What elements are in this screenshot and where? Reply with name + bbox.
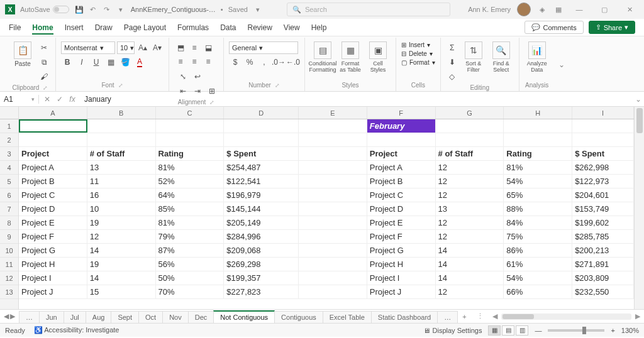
cell-B6[interactable]: 16 (87, 188, 156, 202)
sheet-tab-not-contiguous[interactable]: Not Contiguous (213, 310, 275, 323)
qat-dropdown-icon[interactable]: ▾ (116, 4, 126, 14)
cell-I9[interactable]: $285,785 (572, 230, 634, 243)
cell-A6[interactable]: Project C (19, 188, 87, 202)
menu-tab-page-layout[interactable]: Page Layout (124, 21, 166, 35)
cell-E3[interactable] (299, 147, 367, 160)
accounting-format-button[interactable]: $ (229, 56, 242, 68)
cell-H8[interactable]: 84% (504, 216, 572, 229)
paste-button[interactable]: 📋 Paste (10, 41, 35, 67)
column-header-A[interactable]: A (19, 107, 87, 119)
decrease-decimal-button[interactable]: ←.0 (287, 56, 299, 68)
cell-E10[interactable] (299, 244, 367, 257)
row-header-11[interactable]: 11 (0, 258, 18, 271)
menu-tab-file[interactable]: File (9, 21, 21, 35)
zoom-level[interactable]: 130% (621, 327, 639, 334)
cell-H13[interactable]: 66% (504, 285, 572, 298)
column-header-I[interactable]: I (572, 107, 634, 119)
comments-button[interactable]: 💬 Comments (525, 21, 583, 34)
cell-A12[interactable]: Project I (19, 271, 87, 285)
search-input[interactable]: 🔍 Search (287, 3, 450, 16)
cell-H11[interactable]: 61% (504, 258, 572, 271)
sheet-tab-static-dashboard[interactable]: Static Dashboard (371, 311, 438, 323)
cell-E13[interactable] (299, 285, 367, 298)
format-table-button[interactable]: ▦Format as Table (338, 41, 363, 73)
sheet-tab-jun[interactable]: Jun (39, 311, 64, 323)
cell-I5[interactable]: $122,973 (572, 175, 634, 188)
align-middle-button[interactable]: ≡ (188, 41, 201, 54)
cell-I11[interactable]: $271,891 (572, 258, 634, 271)
cell-A7[interactable]: Project D (19, 202, 87, 215)
sheet-nav-next-icon[interactable]: ▶ (10, 312, 15, 320)
align-left-button[interactable]: ≡ (174, 55, 187, 68)
orientation-button[interactable]: ⤡ (177, 70, 189, 83)
cell-B10[interactable]: 14 (87, 244, 156, 257)
cell-C9[interactable]: 79% (156, 230, 225, 243)
cell-A4[interactable]: Project A (19, 161, 87, 174)
cell-E9[interactable] (299, 230, 367, 243)
cell-H6[interactable]: 65% (504, 188, 572, 202)
zoom-handle[interactable] (582, 327, 586, 334)
cell-D4[interactable]: $254,487 (224, 161, 299, 174)
sheet-tab-dec[interactable]: Dec (188, 311, 214, 323)
cell-I2[interactable] (572, 133, 634, 146)
cell-D5[interactable]: $122,541 (224, 175, 299, 188)
toggle-switch-icon[interactable] (53, 6, 69, 13)
cell-B2[interactable] (87, 133, 156, 146)
align-center-button[interactable]: ≡ (188, 55, 201, 68)
cell-F3[interactable]: Project (367, 147, 436, 160)
page-break-view-button[interactable]: ▥ (516, 325, 528, 335)
cell-A1[interactable]: January (19, 119, 87, 133)
column-header-F[interactable]: F (367, 107, 436, 119)
cell-G3[interactable]: # of Staff (436, 147, 504, 160)
column-header-E[interactable]: E (299, 107, 367, 119)
cell-H2[interactable] (504, 133, 572, 146)
minimize-button[interactable]: — (570, 3, 589, 16)
cell-D6[interactable]: $196,979 (224, 188, 299, 202)
save-icon[interactable]: 💾 (74, 4, 84, 14)
sheet-tab-sept[interactable]: Sept (111, 311, 139, 323)
wrap-text-button[interactable]: ↩ (191, 70, 204, 83)
cell-H9[interactable]: 75% (504, 230, 572, 243)
cell-D9[interactable]: $284,996 (224, 230, 299, 243)
cell-styles-button[interactable]: ▣Cell Styles (365, 41, 391, 73)
cell-F8[interactable]: Project E (367, 216, 436, 229)
cell-D1[interactable] (224, 119, 299, 133)
cell-F7[interactable]: Project D (367, 202, 436, 215)
cell-D13[interactable]: $227,823 (224, 285, 299, 298)
cell-I1[interactable] (572, 119, 634, 133)
dialog-launcher-icon[interactable]: ⤢ (275, 82, 280, 89)
cell-E2[interactable] (299, 133, 367, 146)
sheet-tab--[interactable]: … (19, 311, 40, 323)
cell-C2[interactable] (156, 133, 225, 146)
cell-E12[interactable] (299, 271, 367, 285)
cell-F2[interactable] (367, 133, 436, 146)
cell-B8[interactable]: 19 (87, 216, 156, 229)
vertical-scrollbar[interactable] (634, 107, 644, 309)
cell-H1[interactable] (504, 119, 572, 133)
cell-E1[interactable] (299, 119, 367, 133)
maximize-button[interactable]: ▢ (595, 3, 614, 16)
cell-E11[interactable] (299, 258, 367, 271)
delete-cells-button[interactable]: ⊟Delete▾ (401, 50, 433, 57)
cell-G5[interactable]: 12 (436, 175, 504, 188)
row-header-5[interactable]: 5 (0, 175, 18, 188)
cell-D2[interactable] (224, 133, 299, 146)
cell-E7[interactable] (299, 202, 367, 215)
row-header-1[interactable]: 1 (0, 119, 18, 133)
menu-tab-help[interactable]: Help (311, 21, 327, 35)
sheet-menu-icon[interactable]: ⋮ (472, 310, 489, 323)
cell-I12[interactable]: $203,809 (572, 271, 634, 285)
horizontal-scrollbar[interactable]: ◀ ▶ (489, 310, 644, 323)
bold-button[interactable]: B (61, 56, 74, 68)
cell-D3[interactable]: $ Spent (224, 147, 299, 160)
cell-C6[interactable]: 64% (156, 188, 225, 202)
cell-A8[interactable]: Project E (19, 216, 87, 229)
cell-D8[interactable]: $205,149 (224, 216, 299, 229)
cell-C12[interactable]: 50% (156, 271, 225, 285)
row-header-2[interactable]: 2 (0, 133, 18, 147)
fill-button[interactable]: ⬇ (446, 56, 458, 68)
cell-G13[interactable]: 12 (436, 285, 504, 298)
cell-E8[interactable] (299, 216, 367, 229)
column-header-D[interactable]: D (224, 107, 299, 119)
menu-tab-insert[interactable]: Insert (65, 21, 84, 35)
